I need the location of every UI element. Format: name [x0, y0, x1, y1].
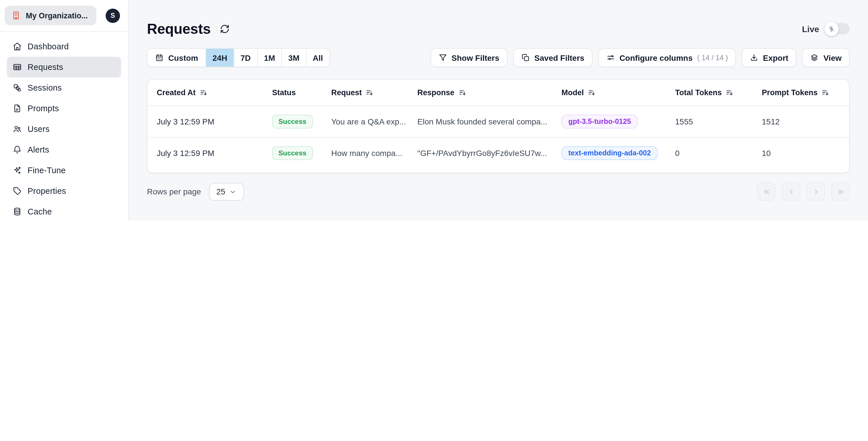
cell-request: You are a Q&A exp...	[331, 117, 417, 126]
cell-status: Success	[272, 146, 331, 160]
live-toggle[interactable]	[825, 23, 849, 34]
time-range-custom[interactable]: Custom	[148, 49, 206, 67]
sidebar-item-label: Dashboard	[28, 42, 69, 51]
users-icon	[12, 125, 22, 134]
sort-icon	[822, 89, 829, 96]
sort-icon	[726, 89, 733, 96]
column-header-total-tokens[interactable]: Total Tokens	[675, 88, 762, 97]
model-badge: text-embedding-ada-002	[561, 146, 658, 160]
last-page-button[interactable]	[831, 182, 849, 201]
sidebar-item-dashboard[interactable]: Dashboard	[7, 36, 121, 57]
column-header-model[interactable]: Model	[561, 88, 675, 97]
sidebar-item-users[interactable]: Users	[7, 119, 121, 139]
sidebar-item-label: Users	[28, 125, 50, 134]
live-control: Live	[802, 23, 849, 34]
database-icon	[12, 207, 22, 216]
show-filters-button[interactable]: Show Filters	[430, 48, 507, 67]
time-range-7d[interactable]: 7D	[234, 49, 257, 67]
app-window: My Organizatio... S Dashboard Requests S…	[0, 0, 868, 220]
time-range-1m[interactable]: 1M	[257, 49, 281, 67]
cell-created-at: July 3 12:59 PM	[157, 148, 272, 158]
view-button[interactable]: View	[802, 48, 849, 67]
sort-icon	[200, 89, 207, 96]
sort-icon	[366, 89, 373, 96]
column-header-response[interactable]: Response	[417, 88, 561, 97]
sidebar-item-requests[interactable]: Requests	[7, 57, 121, 77]
sessions-icon	[12, 83, 22, 92]
refresh-icon	[220, 24, 229, 34]
bell-icon	[12, 145, 22, 154]
configure-columns-count: ( 14 / 14 )	[697, 54, 728, 62]
time-range-24h[interactable]: 24H	[206, 49, 234, 67]
cell-total-tokens: 0	[675, 148, 762, 158]
cell-prompt-tokens: 10	[762, 148, 840, 158]
sidebar-item-cache[interactable]: Cache	[7, 201, 121, 220]
sidebar-item-fine-tune[interactable]: Fine-Tune	[7, 160, 121, 181]
sidebar: My Organizatio... S Dashboard Requests S…	[0, 0, 129, 220]
sidebar-item-sessions[interactable]: Sessions	[7, 77, 121, 98]
column-label: Created At	[157, 88, 196, 97]
configure-columns-button[interactable]: Configure columns ( 14 / 14 )	[598, 48, 736, 67]
column-header-status[interactable]: Status	[272, 88, 331, 97]
previous-page-button[interactable]	[782, 182, 800, 201]
rows-per-page-value: 25	[216, 187, 225, 196]
toolbar: Show Filters Saved Filters Configure col…	[430, 48, 849, 67]
chevron-down-icon	[229, 188, 237, 195]
table-icon	[12, 63, 22, 72]
sidebar-item-prompts[interactable]: Prompts	[7, 98, 121, 119]
cell-model: gpt-3.5-turbo-0125	[561, 115, 675, 129]
sidebar-item-label: Sessions	[28, 83, 62, 92]
page-title: Requests	[147, 21, 211, 37]
calendar-icon	[155, 53, 164, 62]
pager	[757, 182, 849, 201]
cell-request: How many compa...	[331, 148, 417, 158]
next-page-button[interactable]	[807, 182, 825, 201]
sidebar-item-label: Prompts	[28, 104, 59, 113]
cell-prompt-tokens: 1512	[762, 117, 840, 126]
sidebar-item-alerts[interactable]: Alerts	[7, 139, 121, 160]
table-row[interactable]: July 3 12:59 PM Success You are a Q&A ex…	[148, 106, 849, 137]
cell-response: Elon Musk founded several compa...	[417, 117, 561, 126]
table-row[interactable]: July 3 12:59 PM Success How many compa..…	[148, 137, 849, 168]
copy-icon	[521, 53, 530, 62]
column-label: Response	[417, 88, 454, 97]
sidebar-item-label: Requests	[28, 63, 63, 72]
column-header-prompt-tokens[interactable]: Prompt Tokens	[762, 88, 840, 97]
user-avatar[interactable]: S	[105, 8, 120, 23]
org-name: My Organizatio...	[26, 11, 88, 20]
time-range-all[interactable]: All	[306, 49, 329, 67]
column-label: Total Tokens	[675, 88, 722, 97]
requests-table: Created At Status Request Response Model	[147, 79, 849, 173]
sidebar-nav: Dashboard Requests Sessions Prompts User…	[0, 32, 128, 220]
flash-slash-icon	[828, 25, 835, 32]
cell-total-tokens: 1555	[675, 117, 762, 126]
configure-columns-label: Configure columns	[619, 53, 693, 62]
tag-icon	[12, 186, 22, 196]
cell-created-at: July 3 12:59 PM	[157, 117, 272, 126]
first-page-button[interactable]	[757, 182, 776, 201]
column-header-request[interactable]: Request	[331, 88, 417, 97]
status-badge: Success	[272, 146, 313, 160]
chevrons-right-icon	[836, 187, 845, 196]
org-switcher[interactable]: My Organizatio...	[5, 6, 96, 25]
rows-per-page-select[interactable]: 25	[209, 183, 244, 200]
building-icon	[11, 11, 21, 20]
sidebar-item-properties[interactable]: Properties	[7, 181, 121, 201]
main-content: Requests Live Custom 24H 7D	[129, 0, 868, 220]
saved-filters-button[interactable]: Saved Filters	[513, 48, 592, 67]
sparkles-icon	[12, 166, 22, 175]
live-toggle-knob	[825, 22, 839, 36]
export-label: Export	[763, 53, 788, 62]
column-header-created-at[interactable]: Created At	[157, 88, 272, 97]
model-badge: gpt-3.5-turbo-0125	[561, 115, 638, 129]
time-range-3m[interactable]: 3M	[281, 49, 306, 67]
rows-per-page: Rows per page 25	[147, 183, 244, 200]
export-button[interactable]: Export	[742, 48, 797, 67]
document-icon	[12, 104, 22, 113]
cell-status: Success	[272, 115, 331, 129]
saved-filters-label: Saved Filters	[534, 53, 584, 62]
table-header-row: Created At Status Request Response Model	[148, 80, 849, 106]
status-badge: Success	[272, 115, 313, 129]
refresh-button[interactable]	[219, 23, 231, 35]
sort-icon	[458, 89, 466, 96]
